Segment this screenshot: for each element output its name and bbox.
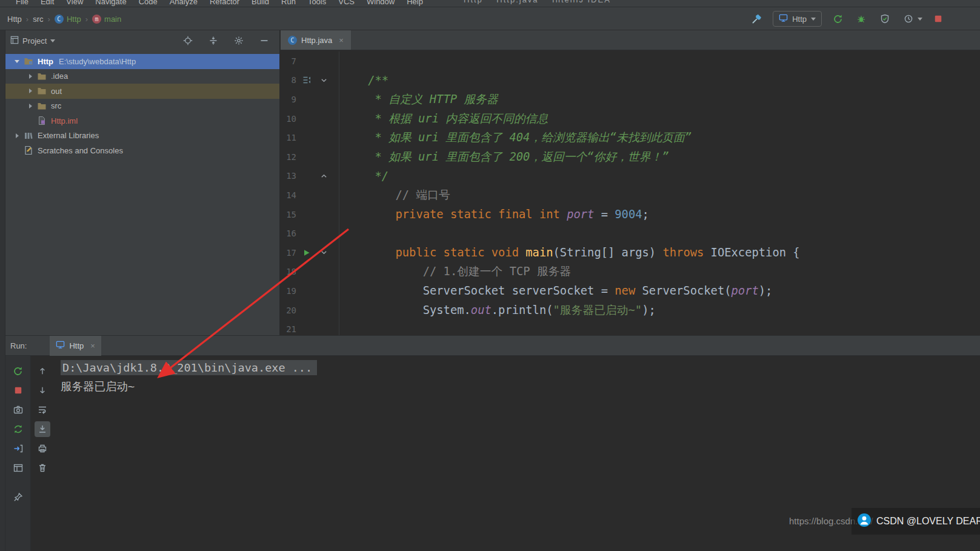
code-line-9: 9 * 自定义 HTTP 服务器 bbox=[281, 90, 980, 109]
print-button[interactable] bbox=[35, 441, 50, 456]
stop-button[interactable] bbox=[10, 382, 26, 398]
profiler-icon bbox=[901, 11, 916, 27]
pin-tab-button[interactable] bbox=[10, 489, 26, 505]
breadcrumb-item-http[interactable]: Http bbox=[5, 13, 24, 25]
rerun-icon[interactable] bbox=[830, 11, 845, 27]
window-title: Http Http.java IntelliJ IDEA bbox=[464, 0, 611, 4]
update-app-button[interactable] bbox=[10, 421, 26, 437]
breadcrumb-separator: › bbox=[84, 15, 90, 24]
scroll-end-button[interactable] bbox=[35, 421, 50, 437]
close-icon[interactable]: × bbox=[339, 36, 344, 45]
tool-window-stripe bbox=[0, 30, 5, 551]
build-hammer-icon[interactable] bbox=[749, 11, 765, 27]
soft-wrap-button[interactable] bbox=[35, 402, 50, 418]
fold-start-icon[interactable] bbox=[317, 72, 330, 88]
chevron-down-icon[interactable] bbox=[50, 39, 55, 42]
menu-refactor[interactable]: Refactor bbox=[204, 0, 245, 7]
code-line-14: 14 // 端口号 bbox=[281, 185, 980, 205]
collapse-all-icon[interactable] bbox=[205, 33, 221, 48]
run-config-select[interactable]: Http bbox=[773, 11, 822, 27]
doc-toggle-icon[interactable] bbox=[299, 72, 315, 88]
editor-lines[interactable]: 78 /**9 * 自定义 HTTP 服务器10 * 根据 uri 内容返回不同… bbox=[281, 50, 980, 335]
avatar bbox=[858, 513, 871, 529]
restore-layout-button[interactable] bbox=[10, 460, 26, 476]
tree-item-scratches-and-consoles[interactable]: Scratches and Consoles bbox=[5, 143, 279, 158]
hide-icon[interactable] bbox=[256, 33, 272, 48]
fold-start-icon[interactable] bbox=[317, 245, 330, 261]
code-text[interactable]: * 如果 uri 里面包含了 404，给浏览器输出“未找到此页面” bbox=[339, 130, 692, 145]
menu-build[interactable]: Build bbox=[245, 0, 275, 7]
code-text[interactable]: // 端口号 bbox=[339, 187, 450, 203]
close-icon[interactable]: × bbox=[90, 341, 95, 350]
code-text[interactable]: private static final int port = 9004; bbox=[339, 208, 649, 221]
project-folder-icon bbox=[22, 56, 35, 66]
gutter: 21 bbox=[281, 319, 339, 335]
code-text[interactable]: * 如果 uri 里面包含了 200，返回一个“你好，世界！” bbox=[339, 149, 669, 165]
coverage-icon[interactable] bbox=[877, 11, 893, 27]
profiler-button[interactable] bbox=[901, 11, 922, 27]
menu-analyze[interactable]: Analyze bbox=[164, 0, 204, 7]
code-text[interactable]: * 根据 uri 内容返回不同的信息 bbox=[339, 111, 548, 127]
menu-edit[interactable]: Edit bbox=[35, 0, 60, 7]
folder-icon bbox=[36, 101, 48, 111]
menu-vcs[interactable]: VCS bbox=[332, 0, 361, 7]
console-line[interactable]: 服务器已启动~ bbox=[61, 377, 980, 396]
console-line[interactable]: D:\Java\jdk1.8.0_201\bin\java.exe ... bbox=[61, 358, 980, 377]
code-text[interactable]: */ bbox=[339, 170, 388, 182]
breadcrumb-item-http[interactable]: CHttp bbox=[52, 13, 84, 25]
menu-run[interactable]: Run bbox=[275, 0, 302, 7]
prev-trace-button[interactable] bbox=[35, 363, 50, 379]
tree-item-idea[interactable]: .idea bbox=[5, 69, 279, 84]
run-tab-http[interactable]: Http × bbox=[50, 336, 101, 356]
run-icon[interactable] bbox=[299, 245, 315, 261]
editor-tab-httpjava[interactable]: C Http.java × bbox=[281, 30, 351, 50]
locate-icon[interactable] bbox=[180, 33, 196, 48]
menu-window[interactable]: Window bbox=[361, 0, 401, 7]
line-number: 19 bbox=[281, 286, 296, 296]
debug-icon[interactable] bbox=[853, 11, 869, 27]
breadcrumb-separator: › bbox=[24, 15, 30, 24]
rerun-button[interactable] bbox=[10, 363, 26, 379]
stop-icon[interactable] bbox=[930, 11, 946, 27]
code-text[interactable]: public static void main(String[] args) t… bbox=[339, 246, 800, 259]
menu-help[interactable]: Help bbox=[401, 0, 429, 7]
expander-icon[interactable] bbox=[25, 104, 36, 109]
next-trace-button[interactable] bbox=[35, 382, 50, 398]
expander-icon[interactable] bbox=[12, 133, 22, 138]
tree-item-external-libraries[interactable]: External Libraries bbox=[5, 129, 279, 144]
tree-item-label: Scratches and Consoles bbox=[38, 146, 123, 155]
clear-all-button[interactable] bbox=[35, 460, 50, 476]
gutter: 20 bbox=[281, 301, 339, 320]
menu-view[interactable]: View bbox=[60, 0, 89, 7]
code-line-19: 19 ServerSocket serverSocket = new Serve… bbox=[281, 281, 980, 301]
expander-icon[interactable] bbox=[25, 88, 36, 93]
code-text[interactable]: ServerSocket serverSocket = new ServerSo… bbox=[339, 284, 772, 297]
expander-icon[interactable] bbox=[25, 74, 36, 79]
tree-item-src[interactable]: src bbox=[5, 99, 279, 114]
project-panel-title[interactable]: Project bbox=[22, 36, 47, 45]
expander-icon[interactable] bbox=[12, 60, 22, 63]
code-text[interactable]: /** bbox=[339, 74, 388, 87]
chevron-down-icon bbox=[918, 18, 922, 21]
breadcrumb-item-main[interactable]: mmain bbox=[90, 13, 124, 25]
code-text[interactable]: // 1.创建一个 TCP 服务器 bbox=[339, 264, 571, 279]
thread-dump-button[interactable] bbox=[10, 402, 26, 418]
tree-item-label: .idea bbox=[51, 72, 68, 81]
tree-item-http-iml[interactable]: Http.iml bbox=[5, 113, 279, 129]
line-number: 8 bbox=[281, 75, 296, 85]
menu-navigate[interactable]: Navigate bbox=[89, 0, 132, 7]
line-number: 10 bbox=[281, 114, 296, 124]
code-text[interactable]: System.out.println("服务器已启动~"); bbox=[339, 302, 656, 318]
tree-item-out[interactable]: out bbox=[5, 84, 279, 99]
run-panel-label: Run: bbox=[5, 341, 27, 350]
tree-item-http[interactable]: HttpE:\study\webdata\Http bbox=[5, 54, 279, 69]
show-console-button[interactable] bbox=[10, 441, 26, 456]
code-text[interactable]: * 自定义 HTTP 服务器 bbox=[339, 92, 498, 107]
breadcrumb-item-src[interactable]: src bbox=[30, 13, 45, 25]
menu-tools[interactable]: Tools bbox=[302, 0, 332, 7]
line-number: 20 bbox=[281, 306, 296, 315]
fold-end-icon[interactable] bbox=[317, 168, 330, 184]
menu-code[interactable]: Code bbox=[133, 0, 164, 7]
menu-file[interactable]: File bbox=[10, 0, 35, 7]
settings-icon[interactable] bbox=[231, 33, 247, 48]
